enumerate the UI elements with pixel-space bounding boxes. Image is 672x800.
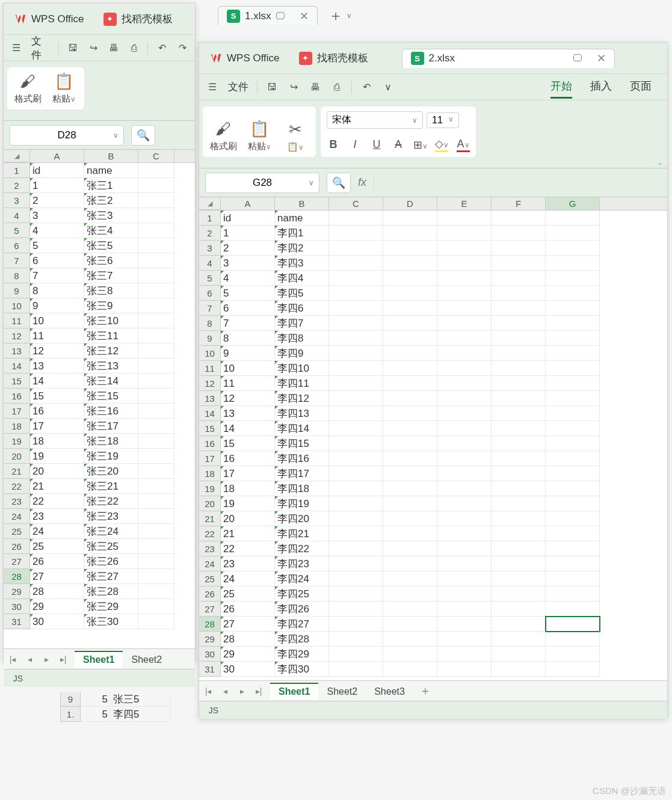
cell[interactable] [383,256,437,271]
cell[interactable]: 李四27 [275,617,329,632]
chevron-down-icon[interactable]: ∨ [347,11,352,20]
cell[interactable] [492,466,546,481]
cell[interactable] [138,223,174,238]
cell[interactable] [138,298,174,313]
row-header[interactable]: 1 [199,211,221,226]
italic-button[interactable]: I [348,138,362,151]
cell[interactable] [329,301,383,316]
menu-file[interactable]: 文件 [28,34,54,62]
cell[interactable] [138,494,174,509]
row-header[interactable]: 2 [199,226,221,241]
cell[interactable] [437,286,492,301]
tab-page[interactable]: 页面 [630,75,652,99]
cell[interactable] [437,226,492,241]
cell[interactable]: 11 [30,328,84,343]
nav-last-icon[interactable]: ▸| [58,654,69,664]
cell[interactable] [437,421,492,436]
cell[interactable] [492,256,546,271]
cell[interactable] [329,361,383,376]
cell[interactable]: 张三13 [84,358,138,374]
share-icon[interactable]: ↪ [284,78,303,97]
cell[interactable] [437,526,492,541]
cell[interactable] [437,617,492,632]
cell[interactable] [329,662,383,677]
cell[interactable]: 张三3 [84,208,138,223]
cell[interactable]: 7 [30,268,84,283]
cell[interactable] [437,271,492,286]
row-header[interactable]: 20 [199,496,221,511]
row-header[interactable]: 13 [4,343,30,358]
fill-color-button[interactable]: ◇∨ [435,137,448,152]
row-header[interactable]: 11 [199,361,221,376]
cell[interactable] [437,556,492,571]
row-header[interactable]: 21 [4,464,30,479]
redo-icon[interactable]: ↷ [173,38,191,58]
nav-last-icon[interactable]: ▸| [253,686,264,696]
row-header[interactable]: 6 [199,286,221,301]
cell[interactable]: 张三9 [84,298,138,313]
cell[interactable]: 27 [30,569,84,584]
cell[interactable] [546,271,600,286]
save-icon[interactable]: 🖫 [262,78,282,97]
cell[interactable] [437,301,492,316]
cell[interactable]: 16 [30,404,84,419]
cell[interactable] [492,586,546,602]
cell[interactable] [383,496,437,511]
cell[interactable]: 17 [221,466,275,481]
cell[interactable] [383,451,437,466]
cell[interactable] [329,211,383,226]
border-button[interactable]: ⊞∨ [413,138,427,152]
row-header[interactable]: 24 [4,509,30,524]
cell[interactable]: 张三1 [84,178,138,193]
cell[interactable] [492,617,546,632]
cell[interactable] [546,331,600,346]
cell[interactable] [383,571,437,586]
cell[interactable] [383,211,437,226]
cell[interactable] [138,374,174,389]
col-header-B[interactable]: B [84,150,138,162]
format-painter-button[interactable]: 🖌 格式刷 [13,72,42,105]
cell[interactable]: 张三26 [84,554,138,569]
cell[interactable] [546,511,600,526]
cell[interactable]: 张三22 [84,494,138,509]
cell[interactable] [383,421,437,436]
cell[interactable] [329,346,383,361]
cell[interactable] [546,647,600,662]
cell[interactable] [492,647,546,662]
cell[interactable] [437,586,492,602]
cell[interactable] [437,541,492,556]
cell[interactable]: 张三7 [84,268,138,283]
row-header[interactable]: 10 [4,298,30,313]
cell[interactable]: 张三28 [84,584,138,599]
row-header[interactable]: 10 [199,346,221,361]
row-header[interactable]: 28 [4,569,30,584]
cell[interactable] [329,226,383,241]
cell[interactable] [329,391,383,406]
strikethrough-button[interactable]: A [392,138,405,151]
cell[interactable] [437,406,492,421]
menu-icon[interactable]: ☰ [7,38,25,58]
sheet-tab[interactable]: Sheet2 [318,683,366,700]
row-header[interactable]: 19 [4,434,30,449]
row-header[interactable]: 8 [4,268,30,283]
cell[interactable] [329,647,383,662]
row-header[interactable]: 31 [4,614,30,629]
row-header[interactable]: 27 [4,554,30,569]
cell[interactable]: 30 [30,614,84,629]
cell[interactable] [383,376,437,391]
cell[interactable] [437,571,492,586]
cell[interactable] [546,211,600,226]
menu-file[interactable]: 文件 [224,80,252,94]
cell[interactable] [329,241,383,256]
cell[interactable] [138,238,174,253]
cell[interactable]: 4 [30,223,84,238]
cell[interactable]: 李四1 [275,226,329,241]
cell[interactable] [492,602,546,617]
cell[interactable] [492,361,546,376]
bold-button[interactable]: B [327,138,340,151]
cell[interactable]: 27 [221,617,275,632]
cell[interactable] [138,554,174,569]
cell[interactable]: 张三12 [84,343,138,358]
cell[interactable] [138,328,174,343]
row-header[interactable]: 30 [199,647,221,662]
